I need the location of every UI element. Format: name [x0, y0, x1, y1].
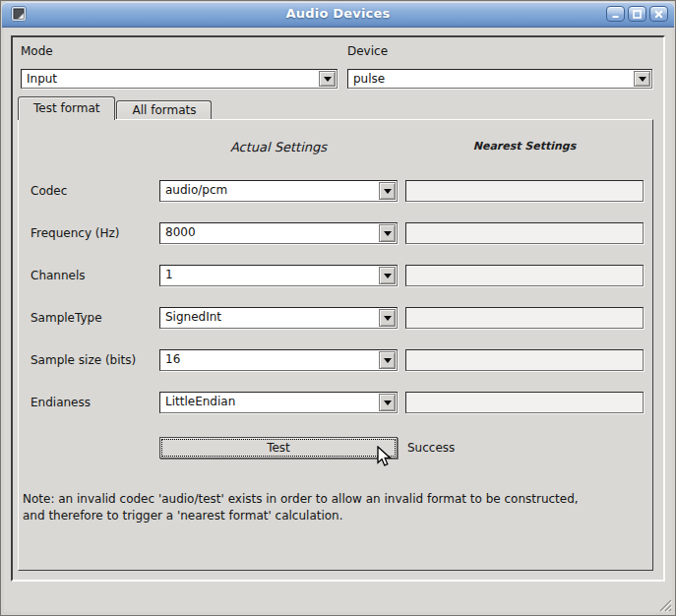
device-select-value: pulse [348, 70, 633, 88]
mode-select-value: Input [22, 70, 318, 88]
frequency-label: Frequency (Hz) [31, 226, 159, 240]
sample-size-select[interactable]: 16 [159, 349, 398, 371]
sample-size-nearest-field [405, 349, 644, 371]
frequency-select[interactable]: 8000 [159, 222, 398, 244]
sample-size-label: Sample size (bits) [31, 353, 159, 367]
resize-grip-icon[interactable] [657, 597, 672, 612]
device-label: Device [347, 44, 652, 59]
sample-size-row: Sample size (bits) 16 [31, 349, 644, 371]
chevron-down-icon[interactable] [379, 351, 396, 369]
close-button[interactable] [649, 6, 668, 22]
titlebar[interactable]: Audio Devices [2, 2, 674, 28]
chevron-down-icon[interactable] [319, 71, 336, 87]
endianess-nearest-field [405, 392, 644, 413]
codec-label: Codec [31, 184, 159, 198]
settings-rows: Codec audio/pcm Frequency (Hz) 8000 [31, 180, 644, 434]
channels-label: Channels [31, 269, 159, 282]
channels-select[interactable]: 1 [159, 265, 398, 286]
device-select[interactable]: pulse [347, 69, 652, 89]
frequency-row: Frequency (Hz) 8000 [31, 222, 644, 244]
chevron-down-icon[interactable] [634, 71, 650, 87]
note-line-2: and therefore to trigger a 'nearest form… [23, 508, 652, 524]
tab-all-formats[interactable]: All formats [116, 100, 212, 119]
window-controls [606, 6, 668, 22]
note-line-1: Note: an invalid codec 'audio/test' exis… [23, 491, 652, 508]
endianess-select-value: LittleEndian [160, 393, 378, 412]
client-area: Mode Input Device pulse Test format All … [4, 28, 672, 612]
chevron-down-icon[interactable] [379, 309, 396, 327]
test-format-pane: Actual Settings Nearest Settings Codec a… [18, 119, 653, 571]
mode-select[interactable]: Input [21, 69, 338, 89]
channels-select-value: 1 [160, 266, 378, 285]
codec-select-value: audio/pcm [160, 181, 378, 201]
chevron-down-icon[interactable] [379, 267, 396, 284]
test-row: Test Success [31, 437, 455, 459]
codec-nearest-field [405, 180, 644, 202]
nearest-settings-header: Nearest Settings [405, 140, 644, 154]
endianess-row: Endianess LittleEndian [31, 392, 644, 413]
chevron-down-icon[interactable] [379, 224, 396, 242]
mode-label: Mode [21, 44, 338, 59]
sample-type-row: SampleType SignedInt [31, 307, 644, 329]
chevron-down-icon[interactable] [379, 394, 396, 411]
test-status-text: Success [407, 441, 455, 455]
device-field-group: Device pulse [347, 44, 652, 89]
codec-row: Codec audio/pcm [31, 180, 644, 202]
window-title: Audio Devices [2, 6, 674, 21]
tab-bar: Test format All formats [18, 95, 212, 119]
channels-nearest-field [405, 265, 644, 286]
minimize-button[interactable] [606, 6, 625, 22]
codec-select[interactable]: audio/pcm [159, 180, 398, 202]
settings-column-headers: Actual Settings Nearest Settings [31, 140, 644, 154]
chevron-down-icon[interactable] [379, 182, 396, 200]
sample-size-select-value: 16 [160, 350, 378, 370]
frequency-nearest-field [405, 222, 644, 244]
tab-test-format[interactable]: Test format [18, 96, 115, 120]
frequency-select-value: 8000 [160, 223, 378, 243]
audio-devices-window: Audio Devices Mode Input [0, 0, 676, 616]
endianess-label: Endianess [31, 396, 159, 409]
sample-type-label: SampleType [31, 311, 159, 325]
channels-row: Channels 1 [31, 265, 644, 286]
sample-type-nearest-field [405, 307, 644, 329]
test-button[interactable]: Test [159, 437, 398, 459]
endianess-select[interactable]: LittleEndian [159, 392, 398, 413]
mode-field-group: Mode Input [21, 44, 338, 89]
maximize-button[interactable] [628, 6, 646, 22]
actual-settings-header: Actual Settings [159, 140, 398, 154]
sample-type-select-value: SignedInt [160, 308, 378, 328]
sample-type-select[interactable]: SignedInt [159, 307, 398, 329]
note-text: Note: an invalid codec 'audio/test' exis… [23, 491, 652, 524]
main-frame: Mode Input Device pulse Test format All … [11, 35, 665, 582]
